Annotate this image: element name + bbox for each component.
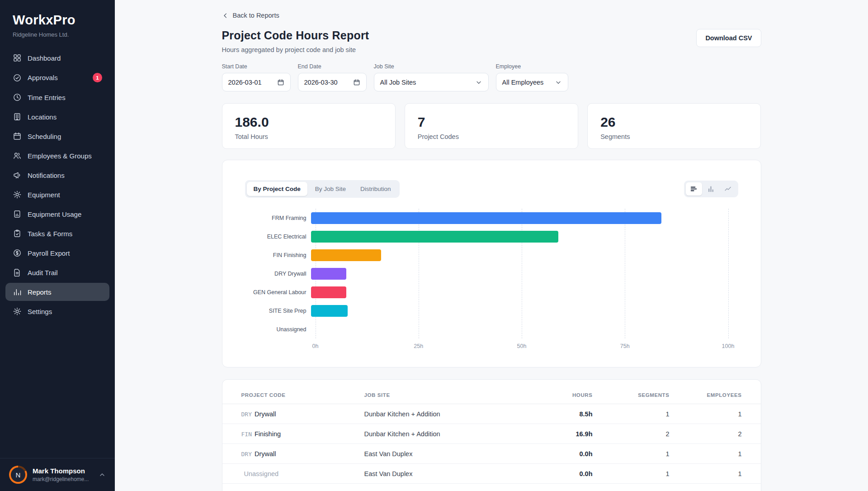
stat-card-project-codes: 7 Project Codes xyxy=(405,103,578,149)
company-name: Ridgeline Homes Ltd. xyxy=(0,31,115,47)
sidebar-item-label: Equipment xyxy=(28,191,60,199)
job-site-select[interactable]: All Job Sites xyxy=(374,73,489,91)
segments-cell: 1 xyxy=(593,410,670,418)
notification-badge: 1 xyxy=(93,73,102,82)
sidebar-item-label: Notifications xyxy=(28,172,65,179)
gridline xyxy=(728,209,729,338)
avatar-initial: N xyxy=(11,467,25,482)
segments-cell: 1 xyxy=(593,450,670,458)
end-date-input[interactable]: 2026-03-30 xyxy=(298,73,367,91)
bar-track xyxy=(311,305,728,317)
page-subtitle: Hours aggregated by project code and job… xyxy=(222,46,369,53)
column-header: SEGMENTS xyxy=(593,392,670,398)
sidebar-item-label: Payroll Export xyxy=(28,249,70,257)
chevron-left-icon xyxy=(222,12,229,19)
sidebar-item-label: Locations xyxy=(28,113,57,121)
calendar-icon xyxy=(13,132,22,141)
project-code-name: Unassigned xyxy=(244,470,279,477)
start-date-input[interactable]: 2026-03-01 xyxy=(222,73,291,91)
user-email: mark@ridgelinehome... xyxy=(33,476,89,482)
sidebar-item-label: Time Entries xyxy=(28,94,66,101)
table-header: PROJECT CODE JOB SITE HOURS SEGMENTS EMP… xyxy=(222,380,761,404)
sidebar-item-label: Settings xyxy=(28,308,52,315)
stat-value: 7 xyxy=(418,114,565,130)
gear-icon xyxy=(13,190,22,199)
calendar-icon xyxy=(353,79,360,86)
column-header: PROJECT CODE xyxy=(241,392,364,398)
bar-label: GEN General Labour xyxy=(245,289,311,296)
sidebar-item-equipment-usage[interactable]: Equipment Usage xyxy=(5,205,109,223)
bar xyxy=(311,249,382,261)
x-axis-tick: 25h xyxy=(414,343,423,349)
sidebar-item-notifications[interactable]: Notifications xyxy=(5,166,109,184)
bar xyxy=(311,212,661,224)
employees-cell: 1 xyxy=(670,410,742,418)
chevron-up-icon[interactable] xyxy=(99,471,106,478)
hours-cell: 0.0h xyxy=(525,470,593,477)
bar-row: Unassigned xyxy=(245,320,728,338)
bar-label: ELEC Electrical xyxy=(245,234,311,240)
users-icon xyxy=(13,151,22,160)
sidebar-item-locations[interactable]: Locations xyxy=(5,108,109,126)
stat-card-total-hours: 186.0 Total Hours xyxy=(222,103,396,149)
tab-by-project-code[interactable]: By Project Code xyxy=(247,182,307,196)
main-area: Back to Reports Project Code Hours Repor… xyxy=(115,0,868,491)
sidebar-item-payroll-export[interactable]: Payroll Export xyxy=(5,244,109,262)
x-axis-tick: 50h xyxy=(517,343,527,349)
chevron-down-icon xyxy=(555,79,562,86)
employee-select[interactable]: All Employees xyxy=(496,73,568,91)
back-to-reports-link[interactable]: Back to Reports xyxy=(222,12,279,19)
bar xyxy=(311,268,346,280)
calendar-icon xyxy=(277,79,284,86)
sidebar-item-label: Tasks & Forms xyxy=(28,230,72,238)
clock-icon xyxy=(13,93,22,102)
line-chart-icon[interactable] xyxy=(720,182,736,195)
bar-chart-icon xyxy=(13,287,22,296)
bar-track xyxy=(311,231,728,243)
start-date-label: Start Date xyxy=(222,63,291,70)
column-header: EMPLOYEES xyxy=(670,392,742,398)
sidebar-item-employees-groups[interactable]: Employees & Groups xyxy=(5,147,109,165)
bar-row: FRM Framing xyxy=(245,209,728,227)
hours-cell: 16.9h xyxy=(525,430,593,438)
project-code-prefix: DRY xyxy=(241,411,252,418)
horizontal-bar-chart-icon[interactable] xyxy=(686,182,702,195)
stat-cards: 186.0 Total Hours 7 Project Codes 26 Seg… xyxy=(222,103,761,149)
table-body: DRYDrywall Dunbar Kitchen + Addition 8.5… xyxy=(222,404,761,484)
sidebar-item-tasks-forms[interactable]: Tasks & Forms xyxy=(5,224,109,243)
sidebar-item-equipment[interactable]: Equipment xyxy=(5,186,109,204)
user-menu[interactable]: N Mark Thompson mark@ridgelinehome... xyxy=(0,458,115,491)
gear-icon xyxy=(13,307,22,316)
stat-label: Segments xyxy=(600,133,748,140)
job-site-cell: Dunbar Kitchen + Addition xyxy=(364,410,525,418)
bar xyxy=(311,286,346,298)
user-name: Mark Thompson xyxy=(33,467,89,475)
sidebar-item-approvals[interactable]: Approvals 1 xyxy=(5,68,109,87)
megaphone-icon xyxy=(13,171,22,180)
download-csv-button[interactable]: Download CSV xyxy=(696,29,761,47)
end-date-label: End Date xyxy=(298,63,367,70)
sidebar-item-scheduling[interactable]: Scheduling xyxy=(5,127,109,145)
sidebar-item-dashboard[interactable]: Dashboard xyxy=(5,49,109,67)
sidebar-item-reports[interactable]: Reports xyxy=(5,283,109,301)
filters-bar: Start Date 2026-03-01 End Date 2026-03-3… xyxy=(222,63,761,91)
project-code-prefix: FIN xyxy=(241,431,252,438)
vertical-bar-chart-icon[interactable] xyxy=(703,182,719,195)
bar-row: SITE Site Prep xyxy=(245,301,728,320)
segments-cell: 1 xyxy=(593,470,670,477)
chevron-down-icon xyxy=(475,79,482,86)
tab-by-job-site[interactable]: By Job Site xyxy=(308,182,353,196)
x-axis-tick: 75h xyxy=(620,343,630,349)
hours-cell: 8.5h xyxy=(525,410,593,418)
sidebar-item-audit-trail[interactable]: Audit Trail xyxy=(5,263,109,281)
tab-distribution[interactable]: Distribution xyxy=(354,182,398,196)
segments-cell: 2 xyxy=(593,430,670,438)
sidebar-item-settings[interactable]: Settings xyxy=(5,302,109,320)
bar-row: GEN General Labour xyxy=(245,283,728,301)
employees-cell: 1 xyxy=(670,450,742,458)
sidebar: WorkxPro Ridgeline Homes Ltd. Dashboard … xyxy=(0,0,115,491)
sidebar-item-label: Employees & Groups xyxy=(28,152,92,160)
sidebar-item-time-entries[interactable]: Time Entries xyxy=(5,88,109,106)
column-header: HOURS xyxy=(525,392,593,398)
sidebar-item-label: Reports xyxy=(28,288,52,296)
